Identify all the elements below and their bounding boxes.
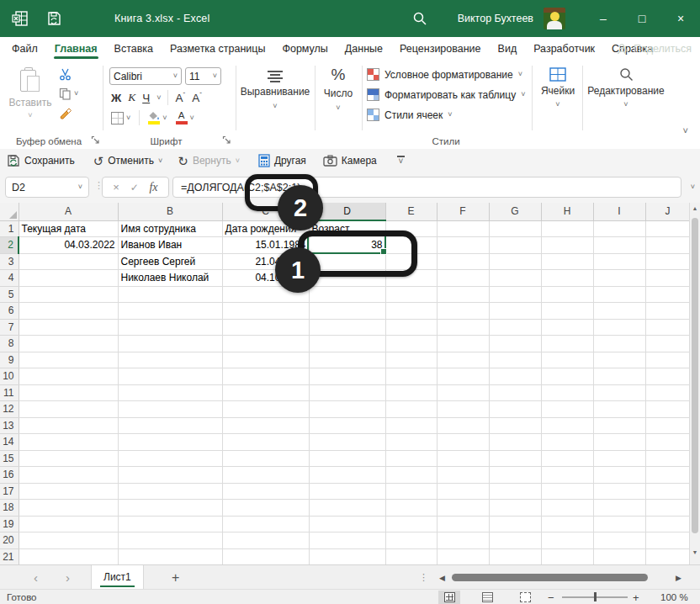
expand-formula-bar-icon[interactable]: ˅ — [691, 183, 695, 191]
cell-H9[interactable] — [541, 352, 593, 368]
cell-I7[interactable] — [593, 319, 645, 336]
column-header-F[interactable]: F — [437, 203, 489, 220]
cell-A21[interactable] — [19, 548, 118, 564]
menu-tab-3[interactable]: Разметка страницы — [162, 37, 273, 61]
cell-H18[interactable] — [541, 500, 593, 517]
row-header-14[interactable]: 14 — [0, 434, 19, 451]
row-header-2[interactable]: 2 — [0, 237, 19, 254]
row-header-8[interactable]: 8 — [0, 336, 19, 352]
cell-J8[interactable] — [645, 336, 690, 352]
row-header-4[interactable]: 4 — [0, 270, 19, 287]
cell-F8[interactable] — [437, 336, 489, 352]
minimize-button[interactable]: – — [584, 0, 623, 37]
cell-G20[interactable] — [489, 532, 541, 549]
cell-G4[interactable] — [489, 270, 541, 287]
autosave-icon[interactable] — [45, 10, 62, 27]
cell-B21[interactable] — [118, 548, 222, 564]
cell-E6[interactable] — [385, 303, 437, 320]
zoom-level[interactable]: 100 % — [660, 592, 688, 602]
enter-check-icon[interactable]: ✓ — [130, 182, 139, 193]
cell-J19[interactable] — [645, 516, 690, 532]
font-name-select[interactable]: Calibri ˅ — [109, 67, 182, 85]
column-header-G[interactable]: G — [489, 203, 541, 220]
cell-J7[interactable] — [645, 319, 690, 336]
cell-B17[interactable] — [118, 483, 222, 500]
cell-B10[interactable] — [118, 368, 222, 385]
cell-E11[interactable] — [385, 384, 437, 401]
cell-J10[interactable] — [645, 368, 690, 385]
cell-E12[interactable] — [385, 401, 437, 418]
insert-function-button[interactable]: fx — [149, 181, 157, 194]
cell-C17[interactable] — [222, 483, 309, 500]
cell-H7[interactable] — [541, 319, 593, 336]
clipboard-dialog-launcher[interactable] — [91, 135, 100, 145]
cell-H11[interactable] — [541, 384, 593, 401]
cell-A4[interactable] — [19, 270, 118, 287]
cell-H15[interactable] — [541, 450, 593, 467]
cell-C9[interactable] — [222, 352, 309, 368]
column-header-H[interactable]: H — [541, 203, 593, 220]
cell-C21[interactable] — [222, 548, 309, 564]
cell-F16[interactable] — [437, 467, 489, 484]
cell-G18[interactable] — [489, 500, 541, 517]
row-header-13[interactable]: 13 — [0, 417, 19, 434]
row-header-19[interactable]: 19 — [0, 516, 19, 532]
cells-group-button[interactable]: Ячейки ˅ — [535, 67, 581, 109]
cell-E21[interactable] — [385, 548, 437, 564]
cell-J14[interactable] — [645, 434, 690, 451]
font-color-button[interactable]: А ˅ — [176, 111, 194, 125]
cell-F20[interactable] — [437, 532, 489, 549]
cell-E19[interactable] — [385, 516, 437, 532]
menu-tab-0[interactable]: Файл — [3, 37, 46, 61]
cell-G15[interactable] — [489, 450, 541, 467]
conditional-formatting-button[interactable]: Условное форматирование ˅ — [367, 68, 522, 81]
borders-button[interactable]: ˅ — [111, 112, 130, 125]
underline-button[interactable]: Ч — [142, 92, 150, 104]
cell-D7[interactable] — [309, 319, 385, 336]
cell-H3[interactable] — [541, 253, 593, 270]
increase-font-button[interactable]: Аˆ — [175, 91, 185, 104]
horizontal-scrollbar-thumb[interactable] — [452, 574, 648, 581]
cell-G16[interactable] — [489, 467, 541, 484]
cell-J11[interactable] — [645, 384, 690, 401]
italic-button[interactable]: К — [128, 91, 135, 104]
cell-E15[interactable] — [385, 450, 437, 467]
cell-I17[interactable] — [593, 483, 645, 500]
cell-G19[interactable] — [489, 516, 541, 532]
row-header-12[interactable]: 12 — [0, 401, 19, 418]
cell-I11[interactable] — [593, 384, 645, 401]
page-break-view-button[interactable] — [514, 591, 536, 604]
cell-D5[interactable] — [309, 286, 385, 303]
camera-button[interactable]: Камера — [323, 155, 377, 167]
cell-H16[interactable] — [541, 467, 593, 484]
cell-H10[interactable] — [541, 368, 593, 385]
cell-J17[interactable] — [645, 483, 690, 500]
cell-A15[interactable] — [19, 450, 118, 467]
cell-D15[interactable] — [309, 450, 385, 467]
cell-I19[interactable] — [593, 516, 645, 532]
cell-I12[interactable] — [593, 401, 645, 418]
cell-H1[interactable] — [541, 220, 593, 237]
cell-B20[interactable] — [118, 532, 222, 549]
hscroll-left-icon[interactable]: ◀ — [439, 565, 445, 590]
hscroll-right-icon[interactable]: ▶ — [676, 565, 681, 590]
cell-F11[interactable] — [437, 384, 489, 401]
cell-I21[interactable] — [593, 548, 645, 564]
cell-D13[interactable] — [309, 417, 385, 434]
cell-B9[interactable] — [118, 352, 222, 368]
cell-F10[interactable] — [437, 368, 489, 385]
cell-J16[interactable] — [645, 467, 690, 484]
cell-G12[interactable] — [489, 401, 541, 418]
cell-F15[interactable] — [437, 450, 489, 467]
cell-E10[interactable] — [385, 368, 437, 385]
cell-I6[interactable] — [593, 303, 645, 320]
cell-G2[interactable] — [489, 237, 541, 254]
cell-E14[interactable] — [385, 434, 437, 451]
add-sheet-button[interactable]: + — [172, 565, 179, 590]
fill-color-button[interactable]: ˅ — [148, 111, 167, 125]
cell-I20[interactable] — [593, 532, 645, 549]
cell-B5[interactable] — [118, 286, 222, 303]
cell-A12[interactable] — [19, 401, 118, 418]
cell-E9[interactable] — [385, 352, 437, 368]
cell-J15[interactable] — [645, 450, 690, 467]
